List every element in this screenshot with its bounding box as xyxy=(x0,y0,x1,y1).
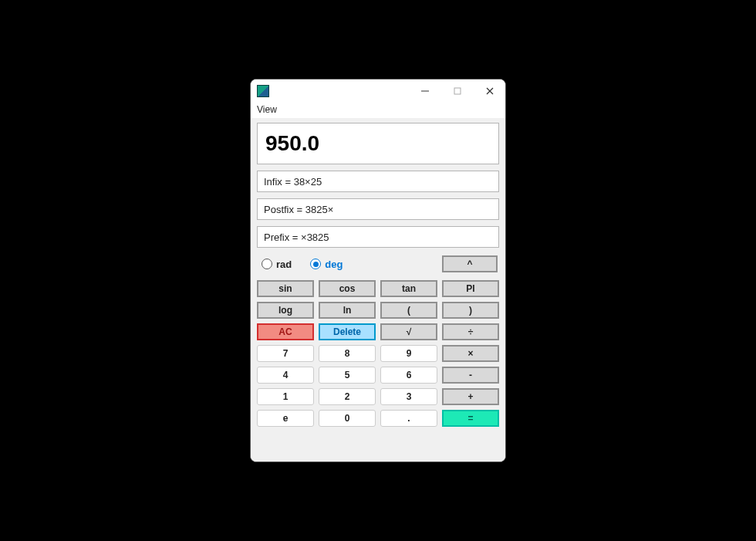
e-button[interactable]: e xyxy=(257,410,314,427)
titlebar xyxy=(251,79,505,103)
radio-deg-label: deg xyxy=(325,259,343,270)
radio-rad-label: rad xyxy=(276,259,292,270)
eight-button[interactable]: 8 xyxy=(319,345,376,362)
prefix-display: Prefix = ×3825 xyxy=(257,226,499,248)
cos-button[interactable]: cos xyxy=(319,280,376,297)
zero-button[interactable]: 0 xyxy=(319,410,376,427)
sin-button[interactable]: sin xyxy=(257,280,314,297)
five-button[interactable]: 5 xyxy=(319,367,376,384)
result-display: 950.0 xyxy=(257,123,499,164)
close-button[interactable] xyxy=(481,82,499,100)
caret-button[interactable]: ^ xyxy=(442,255,498,272)
sqrt-button[interactable]: √ xyxy=(380,323,437,340)
calculator-window: View 950.0 Infix = 38×25 Postfix = 3825×… xyxy=(250,79,506,462)
tan-button[interactable]: tan xyxy=(380,280,437,297)
divide-button[interactable]: ÷ xyxy=(442,323,499,340)
svg-rect-1 xyxy=(454,88,461,94)
log-button[interactable]: log xyxy=(257,302,314,319)
app-icon xyxy=(257,85,269,97)
equals-button[interactable]: = xyxy=(442,410,499,427)
minimize-button[interactable] xyxy=(416,82,434,100)
infix-display: Infix = 38×25 xyxy=(257,171,499,192)
maximize-button[interactable] xyxy=(448,82,467,100)
seven-button[interactable]: 7 xyxy=(257,345,314,362)
menu-view[interactable]: View xyxy=(257,104,277,115)
ac-button[interactable]: AC xyxy=(257,323,314,340)
dot-button[interactable]: . xyxy=(380,410,437,427)
plus-button[interactable]: + xyxy=(442,388,499,405)
radio-deg[interactable]: deg xyxy=(310,259,343,270)
menubar: View xyxy=(251,103,505,118)
radio-rad-circle xyxy=(262,259,272,269)
radio-deg-circle xyxy=(310,259,321,269)
ln-button[interactable]: ln xyxy=(319,302,376,319)
minus-button[interactable]: - xyxy=(442,367,499,384)
six-button[interactable]: 6 xyxy=(380,367,437,384)
rparen-button[interactable]: ) xyxy=(442,302,499,319)
delete-button[interactable]: Delete xyxy=(319,323,376,340)
window-controls xyxy=(416,82,502,100)
one-button[interactable]: 1 xyxy=(257,388,314,405)
two-button[interactable]: 2 xyxy=(319,388,376,405)
content: 950.0 Infix = 38×25 Postfix = 3825× Pref… xyxy=(251,118,505,462)
mode-row: rad deg ^ xyxy=(257,254,499,274)
postfix-display: Postfix = 3825× xyxy=(257,198,499,220)
multiply-button[interactable]: × xyxy=(442,345,499,362)
function-grid: sin cos tan PI log ln ( ) AC Delete √ ÷ … xyxy=(257,280,499,427)
radio-rad[interactable]: rad xyxy=(262,259,292,270)
pi-button[interactable]: PI xyxy=(442,280,499,297)
three-button[interactable]: 3 xyxy=(380,388,437,405)
nine-button[interactable]: 9 xyxy=(380,345,437,362)
four-button[interactable]: 4 xyxy=(257,367,314,384)
lparen-button[interactable]: ( xyxy=(380,302,437,319)
